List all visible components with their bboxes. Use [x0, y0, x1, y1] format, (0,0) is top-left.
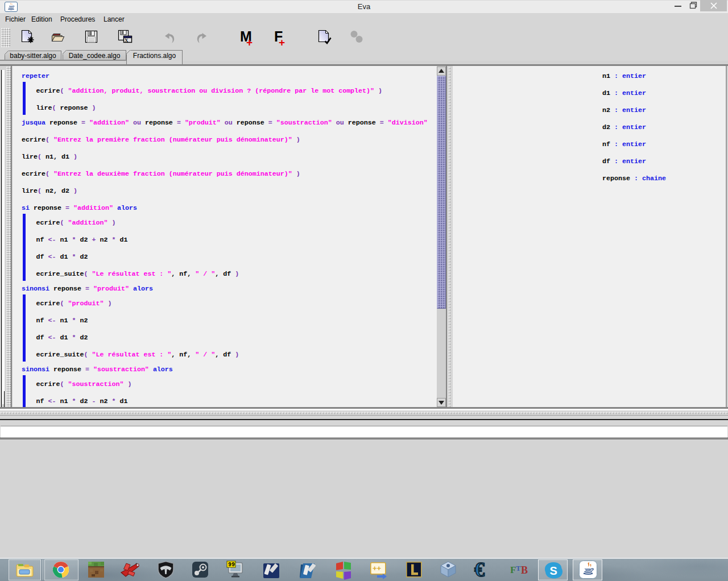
svg-text:B: B [521, 565, 528, 576]
svg-text:++: ++ [373, 564, 382, 572]
svg-text:T: T [516, 564, 521, 572]
svg-text:€: € [474, 559, 485, 581]
svg-text:X: X [125, 38, 129, 43]
svg-text:+: + [246, 36, 253, 48]
svg-text:+: + [279, 36, 285, 48]
svg-text:S: S [550, 565, 557, 577]
svg-text:F: F [510, 565, 516, 575]
svg-text:99: 99 [228, 562, 235, 568]
